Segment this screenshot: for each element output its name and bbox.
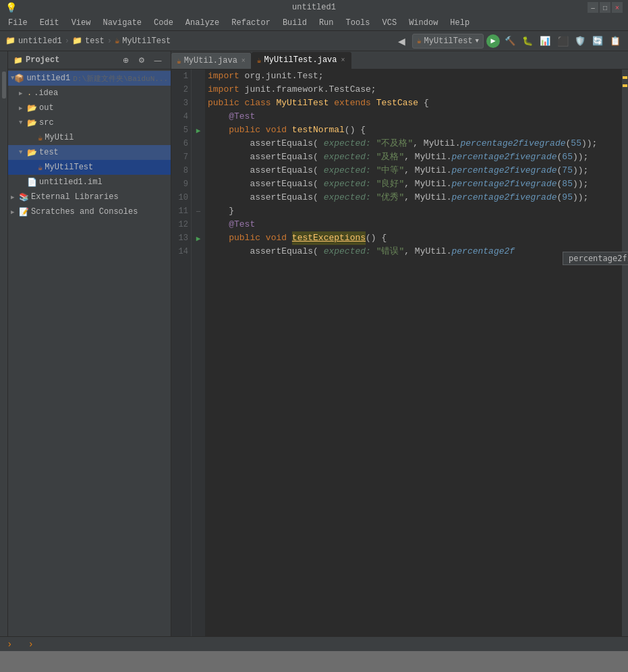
no-arrow: ▶	[30, 134, 38, 142]
sidebar-settings-button[interactable]: ⚙	[134, 53, 149, 67]
token: percentage2fivegrade	[451, 150, 556, 164]
bottom-panel-hint: › ›	[0, 636, 628, 651]
right-scrollbar[interactable]	[621, 69, 628, 636]
vcs-update-button[interactable]: 🔄	[590, 34, 605, 49]
gutter-icon-5[interactable]: ▶	[193, 123, 204, 137]
tab-close-myutiltest[interactable]: ×	[341, 57, 345, 64]
run-config-label: MyUtilTest	[424, 36, 473, 46]
token: junit.framework.TestCase	[245, 83, 371, 96]
line-num-12: 12	[174, 218, 188, 231]
breadcrumb-untitled1[interactable]: untitled1	[18, 36, 62, 46]
tab-close-myutil[interactable]: ×	[241, 57, 246, 65]
autocomplete-popup: percentage2fivegrade(int score)	[563, 252, 628, 265]
tree-label-external-libraries: External Libraries	[31, 192, 119, 202]
token: @Test	[229, 110, 255, 123]
java-file-icon: ☕	[38, 163, 42, 173]
maximize-button[interactable]: □	[600, 2, 610, 13]
menu-tools[interactable]: Tools	[341, 17, 376, 29]
line-num-4: 4	[174, 110, 188, 123]
code-line-7: assertEquals( expected: "及格", MyUtil.per…	[208, 150, 619, 164]
menu-refactor[interactable]: Refactor	[226, 17, 276, 29]
tree-item-src[interactable]: ▼ 📂 src	[8, 115, 171, 130]
gutter-icon-13[interactable]: ▶	[193, 231, 204, 245]
stop-button[interactable]: ⬛	[555, 34, 570, 49]
menu-navigate[interactable]: Navigate	[97, 17, 147, 29]
token: expected:	[318, 150, 376, 164]
tree-item-external-libraries[interactable]: ▶ 📚 External Libraries	[8, 190, 171, 204]
tab-myutiltest[interactable]: ☕ MyUtilTest.java ×	[252, 52, 351, 69]
tree-item-scratches[interactable]: ▶ 📝 Scratches and Consoles	[8, 204, 171, 219]
menu-build[interactable]: Build	[277, 17, 312, 29]
breadcrumb-test[interactable]: test	[85, 36, 105, 46]
menu-analyze[interactable]: Analyze	[180, 17, 225, 29]
token: expected:	[318, 245, 376, 258]
console-button-1[interactable]: ›	[3, 638, 18, 651]
scroll-marker-1	[623, 76, 627, 79]
run-button[interactable]: ▶	[486, 34, 500, 48]
coverage-button[interactable]: 🛡️	[573, 34, 588, 49]
tree-item-myutil[interactable]: ▶ ☕ MyUtil	[8, 130, 171, 145]
code-line-12: @Test	[208, 218, 619, 231]
code-area[interactable]: import org.junit.Test; import junit.fram…	[205, 69, 621, 636]
token: testNormal	[292, 123, 345, 137]
token: extends	[334, 96, 376, 110]
autocomplete-text: percentage2fivegrade(int score)	[569, 254, 628, 263]
token: expected:	[318, 137, 376, 150]
line-num-9: 9	[174, 177, 188, 191]
menu-file[interactable]: File	[3, 17, 33, 29]
close-button[interactable]: ×	[612, 2, 623, 13]
code-line-1: import org.junit.Test;	[208, 69, 619, 83]
token: ));	[573, 177, 588, 191]
token: {	[424, 96, 429, 110]
tree-item-idea[interactable]: ▶ . .idea	[8, 86, 171, 101]
menu-vcs[interactable]: VCS	[377, 17, 403, 29]
sidebar-collapse-button[interactable]: —	[150, 53, 165, 67]
minimize-button[interactable]: –	[588, 2, 598, 13]
vcs-commit-button[interactable]: 📋	[608, 34, 623, 49]
menu-bar: File Edit View Navigate Code Analyze Ref…	[0, 15, 628, 31]
token: , MyUtil.	[404, 164, 451, 177]
tree-item-myutiltest[interactable]: ▶ ☕ MyUtilTest	[8, 160, 171, 175]
menu-help[interactable]: Help	[445, 17, 475, 29]
tab-myutil[interactable]: ☕ MyUtil.java ×	[171, 52, 252, 69]
token: @Test	[229, 218, 255, 231]
code-line-9: assertEquals( expected: "良好", MyUtil.per…	[208, 177, 619, 191]
sidebar-add-button[interactable]: ⊕	[118, 53, 133, 67]
menu-view[interactable]: View	[66, 17, 96, 29]
menu-run[interactable]: Run	[314, 17, 339, 29]
token: public	[229, 123, 266, 137]
library-icon: 📚	[19, 192, 29, 202]
debug-button[interactable]: 🐛	[520, 34, 535, 49]
scroll-marker-2	[623, 84, 627, 87]
build-button[interactable]: 🔨	[503, 34, 517, 49]
breadcrumb-myutiltest[interactable]: MyUtilTest	[122, 36, 171, 46]
left-gutter-marker	[2, 72, 6, 99]
arrow-right-icon: ›	[7, 639, 12, 650]
token: void	[266, 123, 292, 137]
code-line-11: }	[208, 204, 619, 218]
menu-code[interactable]: Code	[148, 17, 179, 29]
gutter-icon-2	[193, 83, 204, 96]
sidebar-title: Project	[26, 55, 59, 65]
line-num-11: 11	[174, 204, 188, 218]
back-button[interactable]: ◀	[395, 34, 409, 49]
menu-edit[interactable]: Edit	[34, 17, 65, 29]
title-bar-controls: – □ ×	[588, 2, 623, 13]
tree-item-untitled1[interactable]: ▼ 📦 untitled1 D:\新建文件夹\BaiduN...	[8, 71, 171, 86]
token: import	[208, 69, 245, 83]
token: public	[208, 96, 245, 110]
arrow-icon: ▶	[19, 90, 27, 97]
console-button-2[interactable]: ›	[24, 638, 39, 651]
tree-item-iml[interactable]: ▶ 📄 untitled1.iml	[8, 175, 171, 190]
token: (	[557, 191, 563, 204]
arrow-icon: ▼	[19, 119, 27, 126]
gutter-icon-12	[193, 218, 204, 231]
tree-label-untitled1: untitled1	[26, 74, 70, 83]
profile-button[interactable]: 📊	[538, 34, 552, 49]
run-config-icon: ☕	[417, 36, 422, 45]
tree-item-out[interactable]: ▶ 📂 out	[8, 101, 171, 115]
menu-window[interactable]: Window	[403, 17, 443, 29]
tree-item-test[interactable]: ▼ 📂 test	[8, 145, 171, 160]
code-line-5: public void testNormal() {	[208, 123, 619, 137]
line-num-13: 13	[174, 231, 188, 245]
